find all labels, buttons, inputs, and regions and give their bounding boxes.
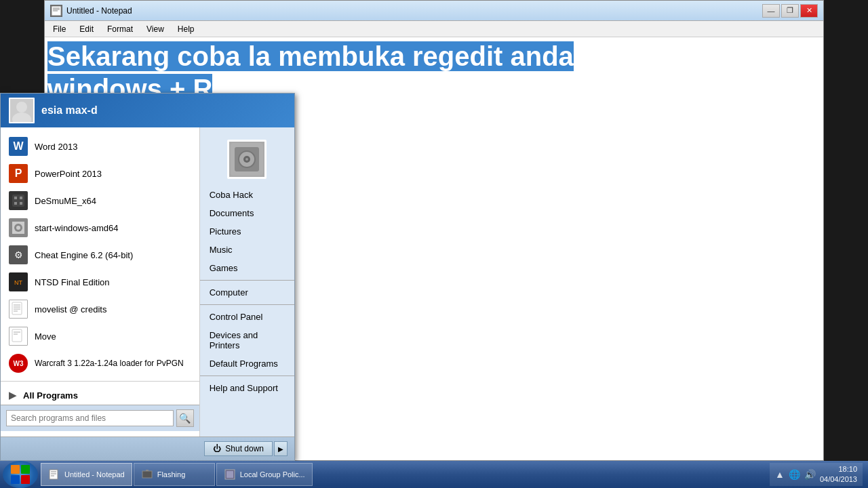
right-divider3 bbox=[200, 375, 294, 376]
tray-up-arrow[interactable]: ▲ bbox=[775, 469, 785, 480]
all-programs-item[interactable]: ▶ All Programs bbox=[1, 386, 199, 405]
app-label-ntsd: NTSD Final Edition bbox=[35, 277, 110, 287]
app-item-warcraft[interactable]: W3 Warcraft 3 1.22a-1.24a loader for PvP… bbox=[1, 350, 199, 377]
window-title: Untitled - Notepad bbox=[66, 6, 762, 16]
svg-rect-16 bbox=[12, 302, 22, 314]
right-item-devices[interactable]: Devices and Printers bbox=[200, 326, 294, 354]
cheat-icon: ⚙ bbox=[9, 245, 28, 264]
svg-point-4 bbox=[16, 102, 27, 113]
taskbar-label-flashing: Flashing bbox=[157, 470, 186, 479]
start-menu: esia max-d W Word 2013 P PowerPoint 2013 bbox=[0, 93, 295, 461]
taskbar-item-notepad[interactable]: Untitled - Notepad bbox=[41, 463, 132, 486]
app-item-word[interactable]: W Word 2013 bbox=[1, 133, 199, 160]
menu-bar: File Edit Format View Help bbox=[45, 21, 823, 37]
svg-rect-37 bbox=[142, 471, 152, 478]
app-label-word: Word 2013 bbox=[35, 142, 77, 152]
svg-rect-30 bbox=[21, 465, 30, 474]
all-programs-label: All Programs bbox=[23, 390, 78, 401]
app-item-cheat[interactable]: ⚙ Cheat Engine 6.2 (64-bit) bbox=[1, 241, 199, 268]
svg-rect-40 bbox=[226, 471, 233, 478]
search-bar: 🔍 bbox=[1, 405, 199, 431]
app-item-startwin[interactable]: start-windows-amd64 bbox=[1, 214, 199, 241]
app-item-ntsd[interactable]: NT NTSD Final Edition bbox=[1, 268, 199, 296]
right-item-documents[interactable]: Documents bbox=[200, 204, 294, 222]
movelist-icon bbox=[9, 300, 28, 319]
svg-text:NT: NT bbox=[14, 279, 22, 286]
search-input[interactable] bbox=[6, 410, 174, 426]
taskbar-label-grouppolic: Local Group Polic... bbox=[240, 470, 305, 479]
menu-view[interactable]: View bbox=[141, 23, 170, 35]
right-item-pictures[interactable]: Pictures bbox=[200, 222, 294, 241]
shutdown-arrow-button[interactable]: ▶ bbox=[274, 441, 288, 456]
shutdown-bar: ⏻ Shut down ▶ bbox=[1, 436, 294, 460]
windows-logo-icon bbox=[9, 464, 31, 485]
right-divider2 bbox=[200, 304, 294, 305]
clock: 18:10 04/04/2013 bbox=[820, 464, 857, 485]
svg-rect-8 bbox=[20, 197, 22, 199]
taskbar-item-flashing[interactable]: Flashing bbox=[134, 463, 215, 486]
start-menu-body: W Word 2013 P PowerPoint 2013 bbox=[1, 127, 294, 436]
clock-date: 04/04/2013 bbox=[820, 474, 857, 485]
shutdown-button[interactable]: ⏻ Shut down bbox=[204, 441, 273, 456]
divider bbox=[1, 381, 199, 382]
app-item-movelist[interactable]: movelist @ credits bbox=[1, 296, 199, 323]
user-picture-section bbox=[200, 133, 294, 186]
svg-rect-7 bbox=[14, 197, 17, 199]
taskbar-items: Untitled - Notepad Flashing Local Group … bbox=[41, 463, 770, 486]
shutdown-label: Shut down bbox=[225, 444, 264, 453]
flashing-taskbar-icon bbox=[141, 468, 153, 481]
minimize-button[interactable]: — bbox=[762, 4, 780, 18]
app-label-ppt: PowerPoint 2013 bbox=[35, 169, 102, 179]
menu-edit[interactable]: Edit bbox=[74, 23, 99, 35]
volume-icon: 🔊 bbox=[804, 469, 816, 480]
right-item-games[interactable]: Games bbox=[200, 259, 294, 277]
taskbar-item-grouppolic[interactable]: Local Group Polic... bbox=[216, 463, 313, 486]
start-button[interactable] bbox=[3, 461, 38, 488]
svg-point-13 bbox=[16, 226, 20, 230]
maximize-button[interactable]: ❐ bbox=[781, 4, 799, 18]
disk-svg bbox=[229, 142, 264, 177]
close-button[interactable]: ✕ bbox=[800, 4, 818, 18]
svg-rect-9 bbox=[14, 202, 17, 205]
start-menu-right: Coba Hack Documents Pictures Music Games… bbox=[200, 127, 294, 436]
desmu-icon bbox=[9, 191, 28, 210]
menu-format[interactable]: Format bbox=[102, 23, 138, 35]
right-item-default[interactable]: Default Programs bbox=[200, 354, 294, 373]
ntsd-icon: NT bbox=[9, 272, 28, 291]
app-item-ppt[interactable]: P PowerPoint 2013 bbox=[1, 160, 199, 187]
username: esia max-d bbox=[41, 104, 98, 117]
right-divider bbox=[200, 280, 294, 281]
menu-file[interactable]: File bbox=[47, 23, 71, 35]
notepad-taskbar-icon bbox=[48, 468, 60, 481]
start-menu-header: esia max-d bbox=[1, 94, 294, 127]
app-item-move[interactable]: Move bbox=[1, 323, 199, 350]
taskbar-label-notepad: Untitled - Notepad bbox=[64, 470, 125, 479]
app-label-desmu: DeSmuME_x64 bbox=[35, 196, 96, 206]
app-label-warcraft: Warcraft 3 1.22a-1.24a loader for PvPGN bbox=[35, 359, 184, 368]
right-item-help[interactable]: Help and Support bbox=[200, 379, 294, 397]
move-icon bbox=[9, 327, 28, 346]
svg-point-28 bbox=[245, 158, 248, 161]
svg-point-5 bbox=[12, 113, 31, 122]
startwin-icon bbox=[9, 218, 28, 237]
menu-help[interactable]: Help bbox=[172, 23, 200, 35]
shutdown-icon: ⏻ bbox=[213, 444, 221, 453]
svg-rect-21 bbox=[12, 329, 22, 342]
clock-time: 18:10 bbox=[820, 464, 857, 474]
taskbar: Untitled - Notepad Flashing Local Group … bbox=[0, 461, 868, 488]
right-item-cobahack[interactable]: Coba Hack bbox=[200, 186, 294, 204]
right-item-controlpanel[interactable]: Control Panel bbox=[200, 308, 294, 326]
app-label-startwin: start-windows-amd64 bbox=[35, 223, 119, 233]
window-controls: — ❐ ✕ bbox=[762, 4, 818, 18]
selected-line1: Sekarang coba la membuka regedit anda bbox=[47, 41, 574, 71]
taskbar-right: ▲ 🌐 🔊 18:10 04/04/2013 bbox=[770, 463, 868, 486]
app-label-movelist: movelist @ credits bbox=[35, 304, 106, 314]
right-item-music[interactable]: Music bbox=[200, 241, 294, 259]
right-item-computer[interactable]: Computer bbox=[200, 283, 294, 302]
search-button[interactable]: 🔍 bbox=[176, 409, 194, 427]
word-icon: W bbox=[9, 137, 28, 156]
svg-rect-29 bbox=[11, 465, 20, 474]
svg-rect-33 bbox=[50, 470, 58, 479]
app-item-desmu[interactable]: DeSmuME_x64 bbox=[1, 187, 199, 214]
warcraft-icon: W3 bbox=[9, 354, 28, 373]
